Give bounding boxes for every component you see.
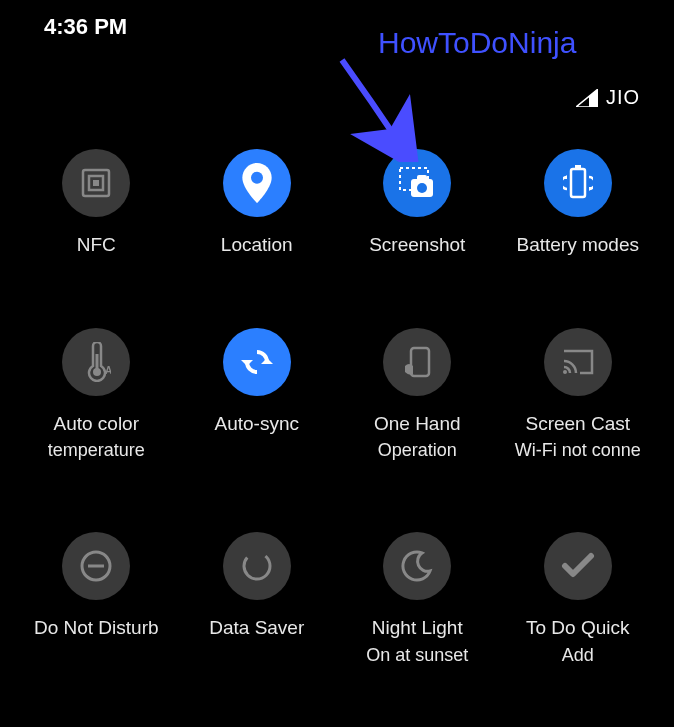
svg-rect-9	[575, 165, 581, 169]
svg-rect-6	[417, 175, 427, 181]
tile-label: Screenshot	[369, 233, 465, 258]
tile-nfc[interactable]: NFC	[16, 149, 177, 258]
tile-todo-quick-add[interactable]: To Do Quick Add	[498, 532, 659, 666]
tile-sublabel: Wi-Fi not conne	[515, 440, 641, 462]
tile-label: Battery modes	[517, 233, 640, 258]
tile-label: Location	[221, 233, 293, 258]
tile-label: Night Light	[372, 616, 463, 641]
tile-one-hand[interactable]: One Hand Operation	[337, 328, 498, 462]
check-icon	[544, 532, 612, 600]
tile-label: Do Not Disturb	[34, 616, 159, 641]
carrier-label: JIO	[606, 86, 640, 109]
annotation-arrow	[322, 52, 432, 162]
tile-screenshot[interactable]: Screenshot	[337, 149, 498, 258]
svg-point-3	[251, 172, 263, 184]
signal-icon	[576, 89, 598, 107]
svg-text:A: A	[105, 365, 111, 376]
one-hand-icon	[383, 328, 451, 396]
svg-point-18	[563, 370, 567, 374]
svg-rect-17	[411, 348, 429, 376]
tile-sublabel: Add	[562, 645, 594, 667]
tile-battery-modes[interactable]: Battery modes	[498, 149, 659, 258]
svg-point-21	[239, 548, 275, 584]
tile-label: Screen Cast	[525, 412, 630, 437]
tile-location[interactable]: Location	[177, 149, 338, 258]
tile-label: Auto-sync	[215, 412, 299, 437]
cast-icon	[544, 328, 612, 396]
svg-rect-2	[93, 180, 99, 186]
tile-do-not-disturb[interactable]: Do Not Disturb	[16, 532, 177, 666]
clock-time: 4:36 PM	[44, 14, 127, 40]
quick-settings-grid: NFC Location Screenshot	[0, 109, 674, 666]
svg-marker-15	[261, 358, 273, 364]
battery-icon	[544, 149, 612, 217]
data-saver-icon	[223, 532, 291, 600]
tile-auto-sync[interactable]: Auto-sync	[177, 328, 338, 462]
tile-sublabel: temperature	[48, 440, 145, 462]
location-icon	[223, 149, 291, 217]
tile-sublabel: On at sunset	[366, 645, 468, 667]
tile-label: Data Saver	[209, 616, 304, 641]
watermark-text: HowToDoNinja	[378, 26, 576, 60]
tile-screen-cast[interactable]: Screen Cast Wi-Fi not conne	[498, 328, 659, 462]
dnd-icon	[62, 532, 130, 600]
moon-icon	[383, 532, 451, 600]
tile-data-saver[interactable]: Data Saver	[177, 532, 338, 666]
tile-label: Auto color	[53, 412, 139, 437]
nfc-icon	[62, 149, 130, 217]
tile-label: To Do Quick	[526, 616, 629, 641]
thermometer-icon: A	[62, 328, 130, 396]
svg-marker-16	[241, 360, 253, 366]
sync-icon	[223, 328, 291, 396]
tile-auto-color-temp[interactable]: A Auto color temperature	[16, 328, 177, 462]
tile-sublabel: Operation	[378, 440, 457, 462]
svg-rect-8	[571, 169, 585, 197]
tile-label: One Hand	[374, 412, 461, 437]
tile-night-light[interactable]: Night Light On at sunset	[337, 532, 498, 666]
svg-point-7	[417, 183, 427, 193]
tile-label: NFC	[77, 233, 116, 258]
